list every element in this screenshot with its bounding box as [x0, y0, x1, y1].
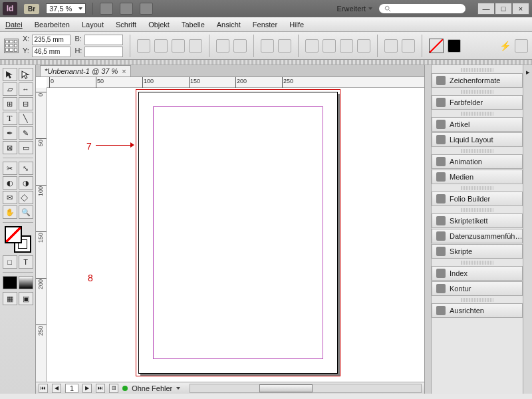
- view-options-button[interactable]: [100, 3, 113, 15]
- apply-color-icon[interactable]: [3, 276, 17, 289]
- pen-tool[interactable]: ✒: [3, 126, 17, 140]
- fill-swatch[interactable]: [429, 39, 444, 53]
- panel-datenzusammenf-h-[interactable]: Datenzusammenfüh…: [432, 229, 523, 243]
- horizontal-scrollbar[interactable]: [190, 384, 422, 393]
- page-number-field[interactable]: 1: [65, 384, 78, 393]
- fill-stroke-swatches[interactable]: [5, 226, 31, 253]
- content-select-icon[interactable]: [278, 39, 291, 53]
- document-tab[interactable]: *Unbenannt-1 @ 37 % ×: [40, 65, 131, 76]
- menu-hilfe[interactable]: Hilfe: [289, 21, 304, 29]
- workspace-switcher[interactable]: Erweitert: [337, 5, 372, 13]
- zoom-tool[interactable]: 🔍: [19, 205, 33, 219]
- align-icon[interactable]: [384, 39, 398, 53]
- panel-grip[interactable]: [461, 186, 493, 190]
- formatting-text-icon[interactable]: T: [19, 255, 33, 269]
- panel-skriptetikett[interactable]: Skriptetikett: [432, 213, 523, 228]
- panel-grip[interactable]: [461, 149, 493, 153]
- effects-icon[interactable]: [323, 39, 336, 53]
- flip-v-icon[interactable]: [233, 39, 247, 53]
- flip-h-icon[interactable]: [216, 39, 229, 53]
- distribute-icon[interactable]: [402, 39, 415, 53]
- panel-liquid-layout[interactable]: Liquid Layout: [432, 132, 523, 147]
- type-tool[interactable]: T: [3, 112, 17, 125]
- bridge-button[interactable]: Br: [24, 4, 39, 14]
- pencil-tool[interactable]: ✎: [19, 126, 33, 140]
- panel-grip[interactable]: [461, 208, 493, 212]
- menu-fenster[interactable]: Fenster: [253, 21, 277, 29]
- menu-tabelle[interactable]: Tabelle: [182, 21, 205, 29]
- direct-selection-tool[interactable]: [19, 68, 33, 81]
- stroke-swatch[interactable]: [448, 39, 461, 53]
- minimize-button[interactable]: —: [477, 3, 495, 15]
- formatting-container-icon[interactable]: □: [3, 255, 17, 269]
- scale-x-icon[interactable]: [137, 39, 150, 53]
- preflight-status-text[interactable]: Ohne Fehler: [132, 384, 172, 392]
- apply-gradient-icon[interactable]: [19, 276, 33, 289]
- fill-color-icon[interactable]: [5, 226, 22, 243]
- panel-farbfelder[interactable]: Farbfelder: [432, 95, 523, 110]
- close-tab-icon[interactable]: ×: [122, 67, 126, 75]
- panel-folio-builder[interactable]: Folio Builder: [432, 192, 523, 206]
- maximize-button[interactable]: □: [495, 3, 512, 15]
- menu-schrift[interactable]: Schrift: [116, 21, 136, 29]
- hand-tool[interactable]: ✋: [3, 205, 17, 219]
- panel-medien[interactable]: Medien: [432, 170, 523, 184]
- corner-icon[interactable]: [357, 39, 370, 53]
- rectangle-tool[interactable]: ▭: [19, 141, 33, 154]
- close-button[interactable]: ×: [512, 3, 529, 15]
- panel-grip[interactable]: [461, 261, 493, 265]
- quick-apply-icon[interactable]: ⚡: [499, 41, 511, 51]
- shear-icon[interactable]: [189, 39, 202, 53]
- panel-ausrichten[interactable]: Ausrichten: [432, 303, 523, 318]
- w-field[interactable]: [84, 35, 123, 45]
- page-tool[interactable]: ▱: [3, 82, 17, 96]
- h-field[interactable]: [84, 47, 123, 57]
- arrange-docs-button[interactable]: [140, 3, 153, 15]
- content-collector-tool[interactable]: ⊞: [3, 97, 17, 110]
- content-placer-tool[interactable]: ⊟: [19, 97, 33, 110]
- view-mode-icon[interactable]: ▦: [3, 292, 17, 305]
- panel-animation[interactable]: Animation: [432, 154, 523, 169]
- menu-layout[interactable]: Layout: [82, 21, 104, 29]
- gradient-swatch-tool[interactable]: ◐: [3, 176, 17, 190]
- panel-kontur[interactable]: Kontur: [432, 281, 523, 296]
- line-tool[interactable]: ╲: [19, 112, 33, 125]
- zoom-dropdown[interactable]: 37,5 %: [46, 3, 86, 14]
- gap-tool[interactable]: ↔: [19, 82, 33, 96]
- collapse-dock-button[interactable]: ▸: [523, 65, 532, 394]
- rectangle-frame-tool[interactable]: ⊠: [3, 141, 17, 154]
- panel-zeichenformate[interactable]: Zeichenformate: [432, 73, 523, 88]
- reference-point-selector[interactable]: [4, 39, 19, 53]
- dock-grip[interactable]: [0, 60, 532, 65]
- scissors-tool[interactable]: ✂: [3, 162, 17, 175]
- panel-menu-icon[interactable]: [515, 39, 528, 53]
- screen-mode-icon[interactable]: ▣: [19, 292, 33, 305]
- x-field[interactable]: [32, 35, 70, 45]
- y-field[interactable]: [32, 47, 70, 57]
- panel-artikel[interactable]: Artikel: [432, 117, 523, 132]
- menu-ansicht[interactable]: Ansicht: [217, 21, 241, 29]
- panel-grip[interactable]: [461, 68, 493, 72]
- selection-tool[interactable]: [3, 68, 17, 81]
- search-input[interactable]: [379, 4, 466, 13]
- menu-bearbeiten[interactable]: Bearbeiten: [35, 21, 70, 29]
- scroll-thumb[interactable]: [259, 384, 313, 392]
- panel-grip[interactable]: [461, 112, 493, 116]
- last-page-button[interactable]: ⏭: [96, 384, 105, 393]
- container-select-icon[interactable]: [261, 39, 274, 53]
- scale-y-icon[interactable]: [154, 39, 168, 53]
- panel-grip[interactable]: [461, 298, 493, 302]
- menu-objekt[interactable]: Objekt: [148, 21, 170, 29]
- eyedropper-tool[interactable]: ⃟: [19, 191, 33, 204]
- free-transform-tool[interactable]: ⤡: [19, 162, 33, 175]
- menu-datei[interactable]: Datei: [5, 21, 23, 29]
- gradient-feather-tool[interactable]: ◑: [19, 176, 33, 190]
- fitting-icon[interactable]: [305, 39, 319, 53]
- panel-skripte[interactable]: Skripte: [432, 244, 523, 259]
- first-page-button[interactable]: ⏮: [39, 384, 48, 393]
- vertical-ruler[interactable]: 0 50 100 150 200 250: [36, 88, 47, 382]
- rotate-icon[interactable]: [172, 39, 185, 53]
- horizontal-ruler[interactable]: 0 50 100 150 200 250: [47, 77, 424, 88]
- dock-strip[interactable]: [425, 65, 432, 394]
- note-tool[interactable]: ✉: [3, 191, 17, 204]
